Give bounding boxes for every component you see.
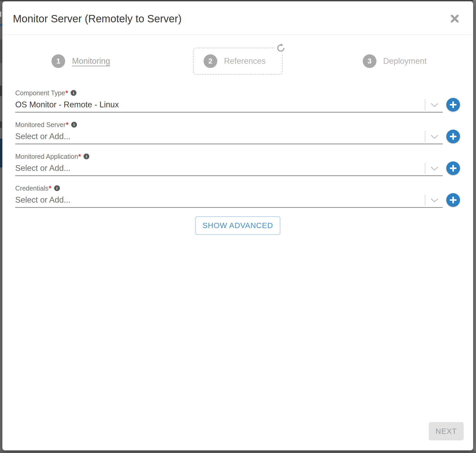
close-button[interactable]: [449, 13, 461, 24]
component-type-select[interactable]: OS Monitor - Remote - Linux: [15, 98, 443, 113]
step-number-badge: 3: [363, 54, 376, 68]
select-placeholder: Select or Add...: [15, 132, 70, 141]
select-placeholder: Select or Add...: [15, 164, 70, 173]
add-component-type-button[interactable]: [446, 98, 460, 112]
select-divider: [425, 163, 425, 174]
add-monitored-application-button[interactable]: [446, 161, 460, 175]
step-deployment[interactable]: 3 Deployment: [363, 54, 427, 68]
refresh-icon[interactable]: [275, 43, 286, 53]
monitored-application-select[interactable]: Select or Add...: [15, 161, 443, 176]
chevron-down-icon[interactable]: [431, 166, 438, 171]
plus-icon: [449, 196, 457, 204]
dialog-header: Monitor Server (Remotely to Server): [2, 1, 473, 35]
wizard-stepper: 1 Monitoring 2 References 3: [2, 35, 473, 87]
background-page-fragment: [0, 12, 1, 17]
field-label: Credentials: [15, 185, 48, 192]
info-icon[interactable]: i: [71, 90, 76, 96]
step-references-highlight-box: 2 References: [193, 48, 283, 75]
add-credentials-button[interactable]: [446, 193, 460, 207]
step-number-badge: 2: [204, 54, 217, 68]
background-page-fragment: [0, 39, 2, 63]
next-button[interactable]: NEXT: [429, 422, 464, 440]
plus-icon: [449, 133, 457, 140]
add-monitored-server-button[interactable]: [446, 130, 460, 143]
required-marker: *: [49, 184, 51, 192]
info-icon[interactable]: i: [71, 122, 77, 128]
field-label: Component Type: [15, 89, 65, 97]
selected-value: OS Monitor - Remote - Linux: [15, 100, 119, 109]
chevron-down-icon[interactable]: [431, 135, 438, 139]
monitoring-form: Component Type* i OS Monitor - Remote - …: [15, 89, 443, 208]
monitor-server-dialog: Monitor Server (Remotely to Server) 1 Mo…: [2, 1, 473, 450]
background-page-fragment: [0, 122, 2, 128]
plus-icon: [449, 101, 457, 108]
step-monitoring[interactable]: 1 Monitoring: [51, 54, 110, 68]
background-page-fragment: [0, 24, 2, 26]
overlay-right: [473, 0, 476, 453]
advanced-row: SHOW ADVANCED: [2, 216, 473, 235]
required-marker: *: [78, 152, 81, 161]
field-label: Monitored Server: [15, 121, 66, 129]
select-divider: [425, 131, 425, 142]
info-icon[interactable]: i: [84, 154, 89, 159]
credentials-field: Credentials* i Select or Add...: [15, 185, 443, 208]
show-advanced-button[interactable]: SHOW ADVANCED: [195, 216, 281, 235]
step-label: Monitoring: [72, 56, 110, 66]
select-placeholder: Select or Add...: [15, 195, 70, 205]
step-references[interactable]: 2 References: [204, 54, 266, 68]
overlay-bottom: [0, 450, 476, 453]
required-marker: *: [65, 89, 68, 97]
plus-icon: [449, 165, 457, 172]
field-label: Monitored Application: [15, 153, 78, 160]
component-type-field: Component Type* i OS Monitor - Remote - …: [15, 89, 443, 113]
chevron-down-icon[interactable]: [431, 103, 438, 108]
required-marker: *: [66, 121, 69, 129]
chevron-down-icon[interactable]: [431, 198, 438, 203]
close-icon: [449, 13, 460, 24]
select-divider: [425, 194, 425, 206]
monitored-application-field: Monitored Application* i Select or Add..…: [15, 153, 443, 176]
background-page-fragment: [0, 86, 2, 96]
monitored-server-field: Monitored Server* i Select or Add...: [15, 121, 443, 144]
background-page-fragment: [0, 139, 2, 167]
credentials-select[interactable]: Select or Add...: [15, 193, 443, 208]
select-divider: [425, 99, 425, 110]
step-label: References: [224, 56, 266, 66]
monitored-server-select[interactable]: Select or Add...: [15, 129, 443, 144]
step-label: Deployment: [383, 56, 427, 66]
dialog-title: Monitor Server (Remotely to Server): [13, 12, 182, 25]
step-number-badge: 1: [51, 54, 65, 68]
info-icon[interactable]: i: [54, 185, 60, 191]
